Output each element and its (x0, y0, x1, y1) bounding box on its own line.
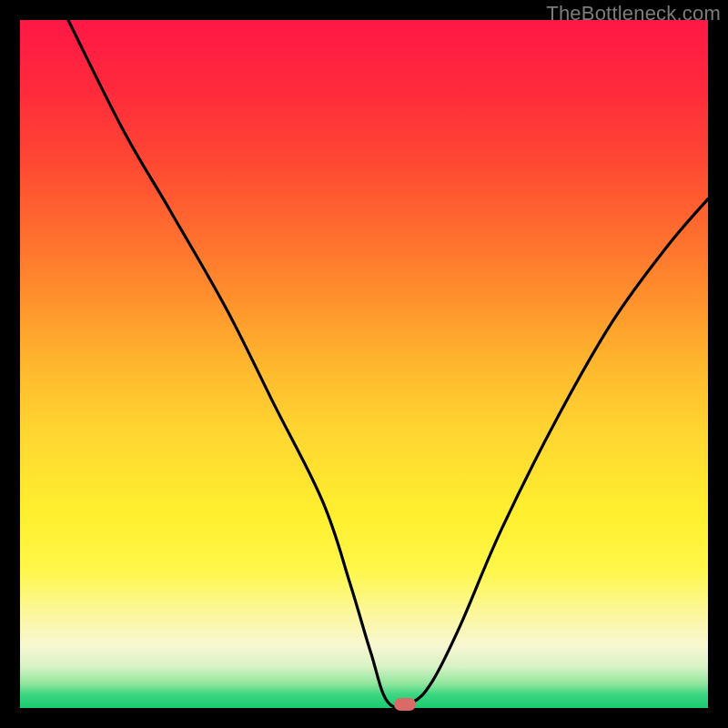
chart-frame: TheBottleneck.com (0, 0, 728, 728)
plot-area (20, 20, 708, 708)
optimal-point-marker (394, 698, 416, 711)
bottleneck-curve (20, 20, 708, 708)
